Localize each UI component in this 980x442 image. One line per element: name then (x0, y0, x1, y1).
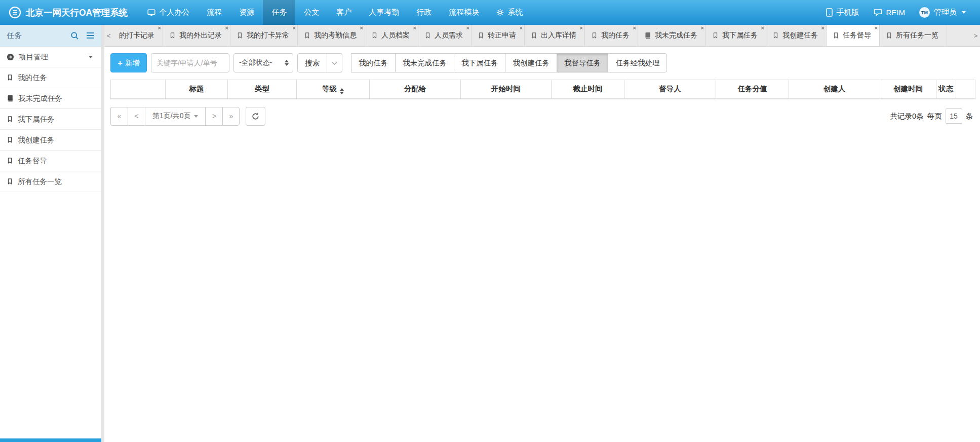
menu-hamburger-icon[interactable] (86, 32, 95, 39)
close-icon[interactable] (413, 25, 416, 31)
gear-icon (496, 9, 504, 16)
tab[interactable]: 我的考勤信息 (298, 25, 365, 46)
tab[interactable]: 我的打卡异常 (230, 25, 298, 46)
tab[interactable]: 所有任务一览 (880, 25, 947, 46)
close-icon[interactable] (293, 25, 296, 31)
navbar-menu-item[interactable]: 任务 (263, 0, 295, 25)
navbar-menu-label: 人事考勤 (369, 8, 399, 17)
column-header[interactable]: 标题 (166, 80, 228, 99)
last-page-button[interactable]: » (222, 107, 240, 126)
tabs-scroll-left-button[interactable]: < (104, 25, 113, 46)
tab[interactable]: 出入库详情 (525, 25, 585, 46)
keyword-search-input[interactable] (151, 53, 229, 72)
column-header[interactable]: 督导人 (624, 80, 716, 99)
column-header-label: 状态 (938, 85, 953, 93)
column-header[interactable]: 截止时间 (552, 80, 624, 99)
tab-label: 人员需求 (435, 31, 463, 40)
column-header[interactable]: 创建时间 (880, 80, 936, 99)
tab[interactable]: 的打卡记录 (113, 25, 163, 46)
close-icon[interactable] (875, 25, 878, 31)
tab[interactable]: 我创建任务 (766, 25, 827, 46)
first-page-button[interactable]: « (110, 107, 128, 126)
tab[interactable]: 我的任务 (585, 25, 638, 46)
navbar-menu-item[interactable]: 行政 (408, 0, 440, 25)
tab[interactable]: 我的外出记录 (163, 25, 230, 46)
close-icon[interactable] (701, 25, 704, 31)
next-page-button[interactable]: > (205, 107, 222, 126)
sort-icon[interactable] (340, 88, 344, 94)
per-page-input[interactable] (946, 108, 962, 124)
filter-button-label: 我未完成任务 (403, 58, 447, 68)
navbar-menu-item[interactable]: 个人办公 (139, 0, 198, 25)
filter-button[interactable]: 我的任务 (351, 53, 395, 72)
close-icon[interactable] (761, 25, 764, 31)
sidebar-menu-item[interactable]: 我创建任务 (0, 130, 101, 151)
search-button[interactable]: 搜索 (297, 53, 327, 72)
sidebar-menu-item[interactable]: 我未完成任务 (0, 88, 101, 109)
status-select-value: -全部状态- (239, 58, 272, 67)
close-icon[interactable] (821, 25, 825, 31)
column-header-label: 任务分值 (738, 85, 767, 93)
sidebar-footer-bar[interactable] (0, 438, 101, 442)
select-spinner-icon (285, 60, 289, 66)
reim-button[interactable]: REIM (867, 0, 913, 25)
close-icon[interactable] (158, 25, 161, 31)
tab[interactable]: 任务督导 (827, 25, 880, 46)
sidebar-menu-item[interactable]: 所有任务一览 (0, 171, 101, 192)
sidebar-menu-item[interactable]: 我下属任务 (0, 109, 101, 130)
tab[interactable]: 我未完成任务 (638, 25, 706, 46)
column-header[interactable] (956, 80, 975, 99)
close-icon[interactable] (580, 25, 583, 31)
column-header[interactable] (111, 80, 166, 99)
user-menu[interactable]: TM 管理员 (912, 0, 973, 25)
add-button[interactable]: 新增 (110, 53, 147, 72)
caret-down-icon (194, 115, 198, 118)
bookmark-icon (7, 136, 13, 143)
status-select[interactable]: -全部状态- (233, 53, 293, 72)
bookmark-icon (237, 32, 243, 39)
prev-page-button[interactable]: < (128, 107, 145, 126)
column-header[interactable]: 创建人 (789, 80, 880, 99)
caret-down-icon[interactable] (89, 56, 93, 58)
navbar-menu-item[interactable]: 系统 (488, 0, 531, 25)
filter-button[interactable]: 我下属任务 (454, 53, 505, 72)
column-header[interactable]: 任务分值 (716, 80, 789, 99)
column-header[interactable]: 开始时间 (461, 80, 552, 99)
tab[interactable]: 转正申请 (472, 25, 525, 46)
tab[interactable]: 我下属任务 (706, 25, 766, 46)
navbar-menu-item[interactable]: 流程 (198, 0, 230, 25)
close-icon[interactable] (633, 25, 636, 31)
user-name: 管理员 (934, 8, 957, 17)
column-header[interactable]: 等级 (297, 80, 370, 99)
page-info-button[interactable]: 第1页/共0页 (145, 107, 205, 126)
search-icon[interactable] (70, 31, 79, 40)
close-icon[interactable] (520, 25, 523, 31)
navbar-menu-item[interactable]: 流程模块 (440, 0, 488, 25)
tab[interactable]: 人员档案 (365, 25, 418, 46)
navbar-menu-item[interactable]: 资源 (230, 0, 263, 25)
filter-button[interactable]: 我创建任务 (505, 53, 557, 72)
tab[interactable]: 人员需求 (418, 25, 472, 46)
search-dropdown-button[interactable] (327, 53, 342, 72)
column-header[interactable]: 分配给 (370, 80, 461, 99)
refresh-button[interactable] (246, 107, 265, 126)
navbar-menu-item[interactable]: 客户 (328, 0, 360, 25)
tabs-scroll-right-button[interactable]: > (971, 25, 980, 46)
mobile-version-button[interactable]: 手机版 (819, 0, 867, 25)
navbar-menu-label: 资源 (239, 8, 254, 17)
filter-button[interactable]: 我督导任务 (557, 53, 608, 72)
sidebar-menu-item[interactable]: 任务督导 (0, 151, 101, 171)
bookmark-icon (169, 32, 176, 39)
sidebar-menu-item[interactable]: 项目管理 (0, 47, 101, 67)
close-icon[interactable] (360, 25, 363, 31)
column-header[interactable]: 类型 (228, 80, 297, 99)
navbar-menu-item[interactable]: 公文 (295, 0, 328, 25)
navbar-menu-item[interactable]: 人事考勤 (360, 0, 408, 25)
column-header[interactable]: 状态 (936, 80, 956, 99)
close-icon[interactable] (225, 25, 228, 31)
sidebar-menu-label: 所有任务一览 (18, 177, 62, 187)
filter-button[interactable]: 我未完成任务 (395, 53, 454, 72)
filter-button[interactable]: 任务经我处理 (608, 53, 667, 72)
sidebar-menu-item[interactable]: 我的任务 (0, 67, 101, 88)
close-icon[interactable] (466, 25, 469, 31)
